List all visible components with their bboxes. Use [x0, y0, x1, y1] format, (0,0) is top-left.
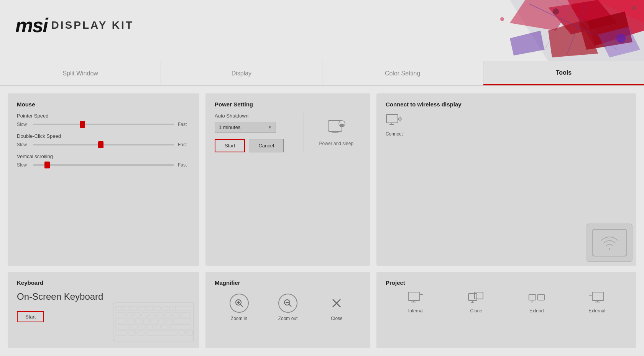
- svg-rect-51: [128, 331, 136, 335]
- svg-rect-43: [116, 325, 130, 329]
- zoom-in-icon: [230, 294, 249, 313]
- project-clone-button[interactable]: Clone: [468, 291, 485, 314]
- svg-rect-30: [150, 312, 156, 317]
- svg-rect-47: [154, 325, 160, 329]
- power-start-button[interactable]: Start: [215, 139, 245, 152]
- connect-card-title: Connect to wireless display: [386, 101, 627, 108]
- double-click-speed-label: Double-Click Speed: [17, 133, 190, 139]
- project-internal-button[interactable]: Internal: [407, 291, 424, 314]
- magnifier-buttons: Zoom in Zoom out: [215, 294, 361, 321]
- main-content: Mouse Pointer Speed Slow Fast Double-Cli…: [0, 86, 644, 356]
- double-click-speed-group: Double-Click Speed Slow Fast: [17, 133, 190, 147]
- vertical-scrolling-group: Vertical scrolling Slow Fast: [17, 154, 190, 168]
- zoom-out-icon: [278, 294, 297, 313]
- vscroll-slow-label: Slow: [17, 162, 29, 168]
- tab-display[interactable]: Display: [161, 61, 322, 85]
- svg-line-63: [240, 304, 243, 307]
- svg-rect-86: [592, 292, 604, 300]
- auto-shutdown-dropdown[interactable]: 1 minutes ▼: [215, 122, 276, 133]
- magnifier-close-icon: [327, 294, 346, 313]
- svg-point-72: [398, 118, 399, 120]
- svg-rect-79: [475, 292, 483, 299]
- svg-rect-45: [139, 325, 145, 329]
- keyboard-start-button[interactable]: Start: [17, 311, 44, 322]
- svg-rect-32: [165, 312, 171, 317]
- svg-point-10: [616, 34, 626, 43]
- zoom-in-button[interactable]: Zoom in: [230, 294, 249, 321]
- project-card-title: Project: [386, 279, 627, 286]
- pointer-speed-label: Pointer Speed: [17, 113, 190, 119]
- magnifier-close-button[interactable]: Close: [327, 294, 346, 321]
- power-cancel-button[interactable]: Cancel: [249, 139, 283, 152]
- power-left: Auto Shutdown 1 minutes ▼ Start Cancel: [215, 113, 304, 152]
- connect-content: Connect: [386, 113, 627, 137]
- magnifier-close-label: Close: [331, 316, 343, 321]
- tab-split-window[interactable]: Split Window: [0, 61, 161, 85]
- pointer-speed-track[interactable]: [33, 124, 174, 125]
- tab-color-setting[interactable]: Color Setting: [322, 61, 483, 85]
- svg-rect-69: [386, 114, 398, 123]
- svg-point-11: [500, 17, 504, 21]
- logo-msi: msi: [15, 15, 48, 35]
- connect-icon-area[interactable]: Connect: [386, 113, 403, 137]
- header: msi Display Kit: [0, 0, 644, 61]
- svg-rect-49: [169, 325, 191, 329]
- keyboard-card: Keyboard On-Screen Keyboard Start: [8, 272, 199, 348]
- clone-label: Clone: [470, 308, 482, 314]
- svg-rect-26: [116, 312, 125, 317]
- vscroll-fast-label: Fast: [178, 162, 190, 168]
- logo-displaykit: Display Kit: [51, 19, 134, 31]
- mouse-card: Mouse Pointer Speed Slow Fast Double-Cli…: [8, 93, 199, 266]
- power-right: Power and sleep: [312, 113, 361, 152]
- svg-rect-33: [172, 312, 179, 317]
- svg-rect-22: [154, 306, 160, 311]
- logo-area: msi Display Kit: [15, 15, 134, 35]
- power-card: Power Setting Auto Shutdown 1 minutes ▼ …: [205, 93, 370, 266]
- svg-rect-42: [174, 318, 191, 323]
- dclick-fast-label: Fast: [178, 142, 190, 147]
- project-external-button[interactable]: External: [588, 291, 605, 314]
- close-button[interactable]: ✕: [630, 4, 638, 11]
- magnifier-card: Magnifier Zoom in: [205, 272, 370, 348]
- vertical-scrolling-row: Slow Fast: [17, 162, 190, 168]
- svg-rect-50: [116, 331, 127, 335]
- svg-rect-18: [123, 306, 130, 311]
- power-card-title: Power Setting: [215, 101, 361, 108]
- svg-rect-54: [179, 331, 185, 335]
- extend-label: Extend: [529, 308, 544, 314]
- auto-shutdown-label: Auto Shutdown: [215, 113, 296, 119]
- pointer-speed-group: Pointer Speed Slow Fast: [17, 113, 190, 127]
- vertical-scrolling-track[interactable]: [33, 164, 174, 166]
- svg-rect-73: [592, 229, 627, 256]
- svg-rect-78: [468, 294, 477, 300]
- wireless-device-illustration: [586, 224, 632, 262]
- double-click-speed-thumb[interactable]: [98, 141, 104, 148]
- svg-rect-74: [408, 292, 420, 300]
- power-sleep-label: Power and sleep: [319, 141, 353, 146]
- svg-rect-82: [529, 294, 536, 300]
- svg-rect-38: [143, 318, 150, 323]
- project-extend-button[interactable]: Extend: [528, 291, 545, 314]
- connect-card: Connect to wireless display Connect: [376, 93, 636, 266]
- pointer-speed-thumb[interactable]: [80, 121, 85, 128]
- connect-label: Connect: [386, 131, 403, 137]
- zoom-out-label: Zoom out: [278, 316, 298, 321]
- vertical-scrolling-thumb[interactable]: [44, 162, 50, 168]
- svg-rect-53: [146, 331, 177, 335]
- pointer-slow-label: Slow: [17, 122, 29, 127]
- double-click-speed-track[interactable]: [33, 144, 174, 145]
- svg-rect-41: [166, 318, 172, 323]
- on-screen-keyboard-label: On-Screen Keyboard: [17, 291, 190, 302]
- minimize-button[interactable]: —: [616, 4, 624, 11]
- internal-icon: [407, 291, 424, 305]
- svg-rect-35: [116, 318, 127, 323]
- dropdown-value: 1 minutes: [219, 124, 240, 130]
- svg-rect-52: [137, 331, 145, 335]
- extend-icon: [528, 291, 545, 305]
- zoom-out-button[interactable]: Zoom out: [278, 294, 298, 321]
- tab-tools[interactable]: Tools: [483, 61, 644, 85]
- double-click-speed-row: Slow Fast: [17, 142, 190, 147]
- power-sleep-icon: [327, 119, 346, 139]
- mouse-card-title: Mouse: [17, 101, 190, 108]
- keyboard-card-title: Keyboard: [17, 279, 190, 286]
